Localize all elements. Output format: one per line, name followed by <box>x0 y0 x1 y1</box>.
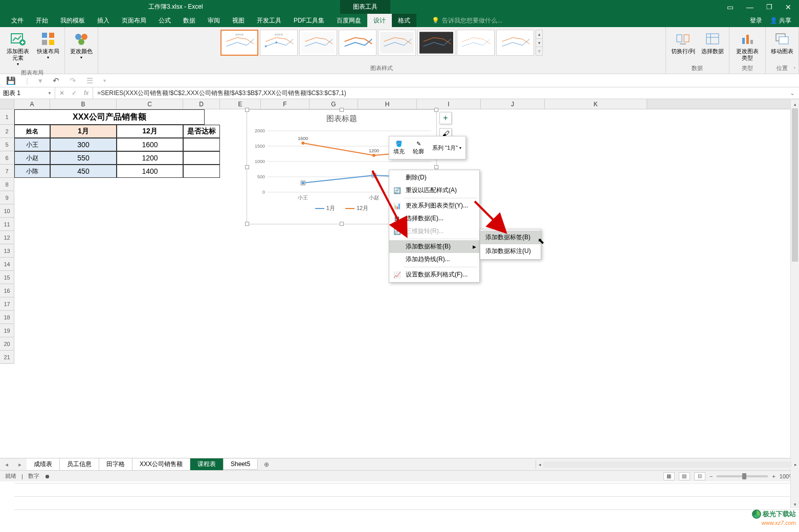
macro-record-icon[interactable]: ⏺ <box>45 473 50 479</box>
tab-view[interactable]: 视图 <box>226 14 251 27</box>
chart-style-5[interactable] <box>378 30 416 56</box>
tab-pagelayout[interactable]: 页面布局 <box>116 14 152 27</box>
tell-me-search[interactable]: 💡告诉我您想要做什么... <box>432 14 502 27</box>
column-header[interactable]: G <box>309 99 358 109</box>
cell-achieved[interactable] <box>183 138 220 151</box>
cm-reset-style[interactable]: 🔄重设以匹配样式(A) <box>389 184 479 197</box>
spreadsheet-grid[interactable]: ABCDEFGHIJK 1256789101112131415161718192… <box>0 99 799 458</box>
cell-m12[interactable]: 1200 <box>117 151 183 165</box>
row-header[interactable]: 16 <box>0 284 14 297</box>
row-header[interactable]: 14 <box>0 258 14 271</box>
cell-m12[interactable]: 1600 <box>117 138 183 151</box>
select-data-button[interactable]: 选择数据 <box>699 30 726 56</box>
row-header[interactable]: 18 <box>0 311 14 324</box>
tab-home[interactable]: 开始 <box>30 14 54 27</box>
qat-touch-mode-icon[interactable]: ☰ <box>86 76 93 85</box>
cell-name[interactable]: 小赵 <box>14 151 50 165</box>
header-name[interactable]: 姓名 <box>14 125 50 138</box>
chart-style-4[interactable] <box>339 30 376 56</box>
column-header[interactable]: J <box>481 99 545 109</box>
row-header[interactable]: 20 <box>0 337 14 351</box>
ribbon-options-icon[interactable]: ▭ <box>727 3 734 11</box>
tab-pdftools[interactable]: PDF工具集 <box>287 14 330 27</box>
chart-title[interactable]: 图表标题 <box>247 110 436 126</box>
zoom-slider[interactable] <box>717 475 768 477</box>
name-box-dropdown-icon[interactable]: ▼ <box>48 91 52 96</box>
cell-name[interactable]: 小王 <box>14 138 50 151</box>
change-colors-button[interactable]: 更改颜色▼ <box>68 30 95 61</box>
tab-formulas[interactable]: 公式 <box>152 14 177 27</box>
chart-style-8[interactable] <box>496 30 534 56</box>
sheet-tab-sheet5[interactable]: Sheet5 <box>224 459 258 470</box>
column-header[interactable]: H <box>358 99 417 109</box>
formula-input[interactable]: =SERIES(XXX公司销售额!$C$2,XXX公司销售额!$A$3:$B$7… <box>93 89 786 98</box>
zoom-out-button[interactable]: − <box>709 473 713 479</box>
cell-achieved[interactable] <box>183 151 220 165</box>
sheet-tab-employees[interactable]: 员工信息 <box>60 458 99 471</box>
login-link[interactable]: 登录 <box>750 16 762 25</box>
tab-data[interactable]: 数据 <box>177 14 202 27</box>
quick-layout-button[interactable]: 快速布局▼ <box>35 30 61 61</box>
column-header[interactable]: D <box>183 99 220 109</box>
mini-series-selector[interactable]: 系列 "1月"▾ <box>428 144 465 152</box>
header-month1[interactable]: 1月 <box>50 125 117 138</box>
chart-style-1[interactable]: 图表标题 <box>220 30 258 56</box>
row-header[interactable]: 11 <box>0 218 14 231</box>
cell-m1[interactable]: 550 <box>50 151 117 165</box>
row-header[interactable]: 10 <box>0 204 14 218</box>
row-header[interactable]: 1 <box>0 109 14 125</box>
tab-mytemplates[interactable]: 我的模板 <box>54 14 91 27</box>
collapse-ribbon-button[interactable]: ˄ <box>793 66 796 72</box>
cm-format-series[interactable]: 📈设置数据系列格式(F)... <box>389 268 479 281</box>
formula-bar-expand-icon[interactable]: ⌄ <box>786 89 799 97</box>
row-header[interactable]: 21 <box>0 351 14 364</box>
mini-outline-button[interactable]: ✎轮廓 <box>409 140 428 156</box>
row-header[interactable]: 13 <box>0 244 14 258</box>
tab-insert[interactable]: 插入 <box>91 14 116 27</box>
minimize-button[interactable]: — <box>746 3 753 11</box>
chart-style-7[interactable] <box>457 30 495 56</box>
column-header[interactable]: F <box>261 99 309 109</box>
name-box[interactable]: 图表 1 ▼ <box>0 87 55 99</box>
sheet-nav-prev[interactable]: ◂ <box>0 461 13 468</box>
cm-select-data[interactable]: ⊞选择数据(E)... <box>389 212 479 225</box>
formula-confirm-icon[interactable]: ✓ <box>72 89 77 97</box>
gallery-down-button[interactable]: ▾ <box>536 39 542 48</box>
column-header[interactable]: B <box>50 99 117 109</box>
row-header[interactable]: 5 <box>0 138 14 151</box>
sm-add-data-callouts[interactable]: 添加数据标注(U) <box>480 244 541 258</box>
row-header[interactable]: 8 <box>0 178 14 191</box>
tab-file[interactable]: 文件 <box>5 14 30 27</box>
close-button[interactable]: ✕ <box>785 3 791 11</box>
row-header[interactable]: 6 <box>0 151 14 165</box>
cell-achieved[interactable] <box>183 165 220 178</box>
select-all-corner[interactable] <box>0 99 14 109</box>
hscroll-left-icon[interactable]: ◂ <box>536 460 543 469</box>
chart-style-3[interactable] <box>299 30 337 56</box>
insert-function-icon[interactable]: fx <box>84 89 88 97</box>
scroll-thumb[interactable] <box>792 108 798 262</box>
cm-change-series-type[interactable]: 📊更改系列图表类型(Y)... <box>389 199 479 212</box>
qat-customize-icon[interactable]: ▾ <box>103 78 106 83</box>
switch-row-col-button[interactable]: 切换行/列 <box>669 30 697 56</box>
row-header[interactable]: 17 <box>0 297 14 311</box>
gallery-more-button[interactable]: ▿ <box>536 47 542 55</box>
scroll-up-icon[interactable]: ▴ <box>791 100 799 108</box>
cell-name[interactable]: 小陈 <box>14 165 50 178</box>
cell-m1[interactable]: 300 <box>50 138 117 151</box>
table-title[interactable]: XXX公司产品销售额 <box>14 109 205 125</box>
column-header[interactable]: C <box>117 99 183 109</box>
gallery-up-button[interactable]: ▴ <box>536 30 542 39</box>
share-button[interactable]: 👤共享 <box>770 16 791 25</box>
header-achieved[interactable]: 是否达标 <box>183 125 220 138</box>
sheet-nav-next[interactable]: ▸ <box>13 461 27 468</box>
sheet-tab-courses[interactable]: 课程表 <box>190 458 224 470</box>
header-month12[interactable]: 12月 <box>117 125 183 138</box>
row-header[interactable]: 12 <box>0 231 14 244</box>
cm-delete[interactable]: 删除(D) <box>389 171 479 184</box>
tab-baidudisk[interactable]: 百度网盘 <box>330 14 367 27</box>
hscroll-right-icon[interactable]: ▸ <box>792 460 799 469</box>
sheet-tab-scores[interactable]: 成绩表 <box>27 458 60 471</box>
redo-icon[interactable]: ↷ <box>70 76 76 85</box>
chart-style-6[interactable] <box>417 30 455 56</box>
